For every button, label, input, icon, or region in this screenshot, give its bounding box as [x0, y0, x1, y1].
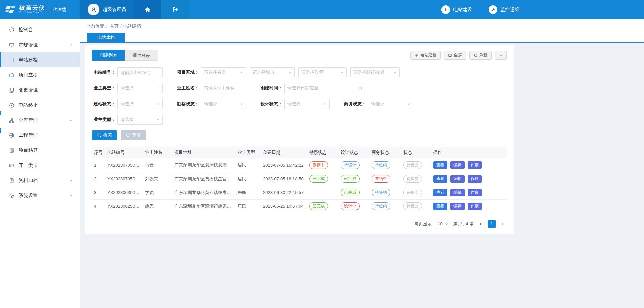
void-button[interactable]: 作废 [468, 203, 482, 210]
owner-type2-select[interactable]: 请选择 [117, 115, 163, 125]
cell-owner-name: 姚思 [143, 199, 172, 213]
status-badge: 待提交 [403, 202, 422, 210]
user-menu[interactable]: 超级管理员 [80, 0, 133, 19]
owner-type-label: 业主类型： [92, 85, 115, 91]
chevron-down-icon [240, 71, 243, 74]
edit-button[interactable]: 编辑 [450, 175, 465, 183]
city-select[interactable]: 请选择城市 [250, 67, 295, 77]
sidebar-item-label: 系统设置 [19, 193, 38, 199]
view-button[interactable]: 查看 [433, 161, 447, 169]
archive-icon [9, 178, 14, 183]
toolbar-more-button[interactable] [495, 51, 507, 60]
owner-type-select[interactable]: 请选择 [117, 83, 163, 93]
prev-page-button[interactable] [477, 220, 485, 228]
sidebar-item-console[interactable]: 控制台 [0, 22, 80, 37]
void-button[interactable]: 作废 [468, 189, 482, 196]
create-station-button[interactable]: 电站建档 [410, 51, 441, 60]
cell-owner-type: 居民 [235, 158, 261, 172]
chevron-down-icon [288, 71, 292, 74]
tab-passed-list[interactable]: 通过列表 [125, 50, 158, 61]
table-row: 3 YX2023063000009 学员 广东深圳龙华区黄石镇姚家庄... 居民… [92, 186, 507, 199]
app-header: 破茧云伏 Po Jian Yun Fu 代理端 超级管理员 电站建设 [0, 0, 644, 19]
refresh-button[interactable]: 刷新 [469, 51, 492, 60]
home-icon [144, 6, 151, 13]
view-button[interactable]: 查看 [433, 175, 447, 183]
breadcrumb-prefix: 当前位置： [87, 23, 108, 29]
chevron-down-icon [407, 102, 410, 106]
province-select[interactable]: 请选择省份 [201, 67, 246, 77]
col-design-status: 设计状态 [339, 147, 370, 158]
survey-status-badge: 勘察中 [309, 161, 328, 169]
calendar-icon [358, 86, 362, 90]
sidebar-item-system-settings[interactable]: 系统设置 [0, 188, 80, 203]
edit-button[interactable]: 编辑 [450, 161, 465, 169]
owner-type2-label: 业主类型： [92, 117, 115, 123]
station-no-input[interactable] [117, 67, 163, 77]
chevron-down-icon [156, 86, 160, 90]
date-range-picker[interactable]: 请选择日期范围 [284, 83, 365, 93]
design-status-select[interactable]: 请选择 [284, 99, 330, 109]
sidebar-item-station-termination[interactable]: 电站终止 [0, 98, 80, 113]
sidebar-item-warehouse-mgmt[interactable]: 仓库管理 [0, 113, 80, 128]
region-label: 项目区域： [175, 69, 199, 75]
avatar [88, 4, 99, 15]
calculator-icon [9, 148, 14, 153]
sidebar-item-project-settlement[interactable]: 项目结算 [0, 143, 80, 158]
home-button[interactable] [133, 0, 161, 19]
col-created: 创建日期 [261, 147, 307, 158]
design-status-badge: 设计中 [341, 202, 360, 210]
business-status-badge: 待签约 [372, 189, 390, 196]
owner-name-input[interactable] [201, 83, 246, 93]
void-button[interactable]: 作废 [468, 161, 482, 169]
cell-address: 广东深圳龙华区观澜镇观湖路... [172, 158, 235, 172]
status-badge: 待提交 [403, 175, 422, 183]
sidebar-item-engineering-mgmt[interactable]: 工程管理 [0, 128, 80, 143]
sidebar-item-project-initiation[interactable]: 项目立项 [0, 67, 80, 82]
search-button[interactable]: 搜索 [92, 130, 117, 140]
design-status-label: 设计状态： [259, 101, 282, 107]
logo: 破茧云伏 Po Jian Yun Fu 代理端 [0, 0, 80, 19]
page-size-select[interactable]: 10 [435, 220, 450, 228]
owner-name-label: 业主姓名： [175, 85, 199, 91]
edit-button[interactable]: 编辑 [450, 203, 465, 210]
cell-owner-type: 居民 [235, 199, 261, 213]
nav-monitoring-ops[interactable]: 监控运维 [489, 5, 519, 14]
col-owner-type: 业主类型 [235, 147, 261, 158]
sidebar-item-general-mgmt[interactable]: 常规管理 [0, 37, 80, 52]
logout-button[interactable] [161, 0, 189, 19]
sidebar-item-data-archive[interactable]: 资料归档 [0, 173, 80, 188]
sidebar-item-station-filing[interactable]: 电站建档 [0, 52, 80, 67]
page-number-1[interactable]: 1 [488, 220, 496, 228]
breadcrumb-current: 电站建档 [123, 23, 141, 29]
survey-status-select[interactable]: 请选择 [201, 99, 246, 109]
portal-label: 代理端 [50, 6, 66, 13]
sidebar: 控制台 常规管理 电站建档 项目立项 变更管理 电站终止 仓库管理 工程管理 项… [0, 19, 80, 308]
logout-icon [172, 6, 179, 13]
county-select[interactable]: 请选择县/区 [298, 67, 347, 77]
cell-owner-name: 马云 [143, 158, 172, 172]
main-content: 当前位置： 首页 / 电站建档 电站建档 创建列表 通过列表 电站建档 全屏 [80, 19, 644, 308]
cell-owner-type: 居民 [235, 186, 261, 199]
next-page-button[interactable] [499, 220, 507, 228]
header-nav: 电站建设 监控运维 [441, 0, 519, 19]
sidebar-item-change-mgmt[interactable]: 变更管理 [0, 82, 80, 98]
business-status-select[interactable]: 请选择 [368, 99, 413, 109]
fullscreen-button[interactable]: 全屏 [444, 51, 466, 60]
view-button[interactable]: 查看 [433, 189, 447, 196]
edit-button[interactable]: 编辑 [450, 189, 465, 196]
tab-create-list[interactable]: 创建列表 [92, 50, 125, 61]
void-button[interactable]: 作废 [468, 175, 482, 183]
page-tab-station-filing[interactable]: 电站建档 [87, 33, 125, 42]
view-button[interactable]: 查看 [433, 203, 447, 210]
nav-station-construction[interactable]: 电站建设 [441, 5, 472, 14]
town-select[interactable]: 请选择村镇/街道 [350, 67, 400, 77]
sidebar-item-label: 变更管理 [19, 87, 38, 93]
sidebar-item-type2-card[interactable]: 开二类卡 [0, 158, 80, 173]
target-icon [9, 103, 14, 108]
build-status-select[interactable]: 请选择 [117, 99, 163, 109]
breadcrumb-home[interactable]: 首页 [110, 23, 119, 29]
chevron-down-icon [499, 53, 503, 57]
cell-index: 3 [92, 186, 105, 199]
reset-button[interactable]: 重置 [121, 130, 146, 140]
cell-created: 2023-07-05 16:18:50 [261, 172, 307, 186]
